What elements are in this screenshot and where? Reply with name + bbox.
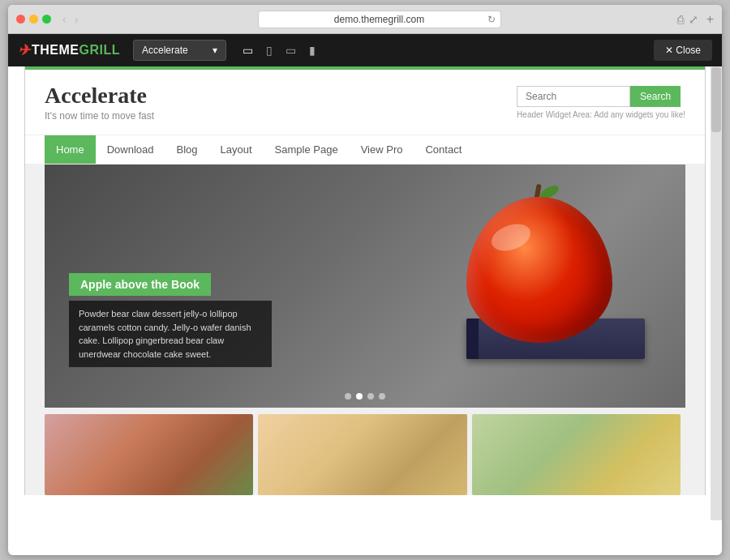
site-tagline: It's now time to move fast — [45, 110, 154, 122]
address-bar-wrap: demo.themegrill.com ↻ — [89, 11, 668, 28]
dot-green[interactable] — [42, 15, 51, 24]
page-wrapper: ‹ › demo.themegrill.com ↻ ⎙ ⤢ + ✈ THEMEG… — [0, 0, 730, 560]
mobile-icon[interactable]: ▮ — [306, 41, 319, 60]
apple-illustration — [458, 181, 620, 359]
share-button[interactable]: ⎙ — [677, 12, 684, 27]
url-text: demo.themegrill.com — [334, 14, 424, 25]
nav-item-view-pro[interactable]: View Pro — [350, 135, 414, 164]
slider-title: Apple above the Book — [69, 273, 211, 296]
site-nav: Home Download Blog Layout Sample Page Vi… — [25, 135, 705, 165]
thumbnail-1[interactable] — [45, 414, 253, 495]
slider-dot-4[interactable] — [379, 393, 385, 400]
dot-yellow[interactable] — [29, 15, 38, 24]
logo-icon: ✈ — [18, 41, 30, 59]
search-button[interactable]: Search — [630, 86, 681, 107]
browser-dots — [16, 15, 51, 24]
apple-body — [466, 197, 612, 343]
logo-text: THEMEGRILL — [32, 43, 120, 58]
slider-dot-3[interactable] — [367, 393, 374, 400]
nav-item-blog[interactable]: Blog — [165, 135, 209, 164]
header-widget-text: Header Widget Area: Add any widgets you … — [517, 110, 685, 119]
site-header: Accelerate It's now time to move fast Se… — [25, 70, 705, 135]
slider-dots — [345, 393, 385, 400]
hero-slider[interactable]: Apple above the Book Powder bear claw de… — [45, 165, 685, 408]
fullscreen-button[interactable]: ⤢ — [689, 12, 698, 27]
scrollbar-thumb[interactable] — [711, 67, 721, 132]
nav-item-download[interactable]: Download — [96, 135, 165, 164]
logo-theme: THEME — [32, 43, 79, 57]
tablet-icon[interactable]: ▯ — [263, 41, 276, 60]
tg-toolbar: ✈ THEMEGRILL Accelerate ▾ ▭ ▯ ▭ ▮ ✕ Clos… — [8, 34, 722, 66]
forward-button[interactable]: › — [71, 11, 82, 28]
logo-grill: GRILL — [79, 43, 121, 57]
chevron-down-icon: ▾ — [213, 45, 217, 56]
tg-logo: ✈ THEMEGRILL — [18, 41, 120, 59]
thumbnails-row — [25, 414, 705, 495]
slider-dot-1[interactable] — [345, 393, 351, 400]
slider-dot-2[interactable] — [356, 393, 363, 400]
refresh-icon[interactable]: ↻ — [487, 14, 496, 25]
apple-highlight — [487, 219, 534, 255]
back-button[interactable]: ‹ — [59, 11, 70, 28]
dot-red[interactable] — [16, 15, 25, 24]
scrollbar-track — [711, 66, 722, 520]
address-bar[interactable]: demo.themegrill.com ↻ — [258, 11, 501, 28]
browser-window: ‹ › demo.themegrill.com ↻ ⎙ ⤢ + ✈ THEMEG… — [8, 5, 722, 555]
search-input[interactable] — [517, 86, 630, 107]
site-title-block: Accelerate It's now time to move fast — [45, 83, 154, 122]
thumbnail-2[interactable] — [258, 414, 466, 495]
nav-item-contact[interactable]: Contact — [414, 135, 473, 164]
site-search-row: Search — [517, 86, 685, 107]
browser-nav: ‹ › — [59, 11, 81, 28]
slider-caption: Apple above the Book Powder bear claw de… — [69, 273, 272, 367]
theme-selector-value: Accelerate — [142, 45, 188, 56]
desktop-icon[interactable]: ▭ — [239, 41, 256, 60]
browser-titlebar: ‹ › demo.themegrill.com ↻ ⎙ ⤢ + — [8, 5, 722, 34]
hero-image: Apple above the Book Powder bear claw de… — [45, 165, 685, 408]
nav-item-layout[interactable]: Layout — [209, 135, 264, 164]
device-icons: ▭ ▯ ▭ ▮ — [239, 41, 319, 60]
theme-selector[interactable]: Accelerate ▾ — [133, 40, 226, 61]
browser-actions: ⎙ ⤢ + — [677, 12, 714, 27]
close-button[interactable]: ✕ Close — [654, 40, 712, 61]
mobile-landscape-icon[interactable]: ▭ — [282, 41, 299, 60]
thumbnail-3[interactable] — [472, 414, 681, 495]
site-search-area: Search Header Widget Area: Add any widge… — [517, 86, 685, 119]
slider-description: Powder bear claw dessert jelly-o lollipo… — [69, 301, 272, 367]
nav-item-home[interactable]: Home — [45, 135, 96, 164]
website-frame: Accelerate It's now time to move fast Se… — [24, 66, 706, 495]
new-tab-button[interactable]: + — [706, 12, 714, 27]
site-title: Accelerate — [45, 83, 154, 109]
nav-item-sample-page[interactable]: Sample Page — [264, 135, 350, 164]
